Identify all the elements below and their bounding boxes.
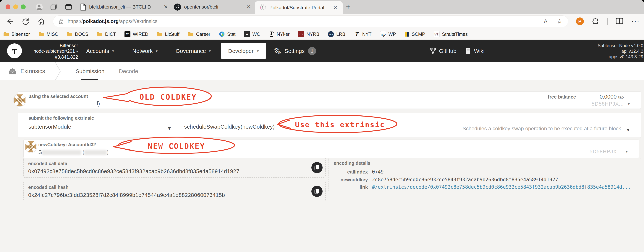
tab-title: Polkadot/Substrate Portal — [270, 5, 324, 10]
detail-value: 2c8e758dec5b9cd0c86e932ce5843f932acab9b2… — [372, 177, 558, 183]
bookmark-scmp[interactable]: SCMP — [404, 31, 425, 37]
close-window-button[interactable] — [6, 4, 10, 9]
copy-icon — [314, 165, 320, 171]
chevron-down-icon: ▾ — [626, 149, 628, 154]
tab-submission[interactable]: Submission — [76, 62, 104, 80]
param-address-dropdown[interactable]: 5D58HPJX...▾ — [590, 149, 628, 155]
menu-network[interactable]: Network▾ — [132, 40, 158, 62]
split-screen-icon[interactable] — [616, 17, 624, 25]
wiki-link[interactable]: Wiki — [466, 40, 484, 62]
detail-row-link: link #/extrinsics/decode/0x07492c8e758de… — [329, 184, 631, 190]
document-favicon-icon — [80, 3, 86, 11]
bookmark-nyker[interactable]: NYker — [269, 31, 290, 37]
bookmark-docs[interactable]: DOCS — [67, 31, 88, 37]
tab-title: opentensor/btcli — [184, 4, 218, 10]
tab-btcli-docs[interactable]: btcli.bittensor_cli — BTCLI Docs ✕ — [80, 0, 169, 14]
encoded-call-hash-label: encoded call hash — [28, 185, 68, 190]
copy-call-data-button[interactable] — [312, 162, 322, 173]
tab-polkadot-portal[interactable]: Polkadot/Substrate Portal ✕ — [255, 1, 342, 14]
more-menu-icon[interactable]: ··· — [631, 17, 640, 25]
page-title: Extrinsics — [20, 68, 45, 75]
url-path: /apps/#/extrinsics — [119, 18, 158, 24]
lock-icon — [59, 18, 64, 24]
bookmark-lrb[interactable]: LRBLRB — [328, 31, 346, 37]
close-tab-icon[interactable]: ✕ — [332, 5, 338, 11]
bookmark-nyt[interactable]: TNYT — [354, 31, 372, 37]
new-tab-button[interactable]: + — [346, 2, 350, 11]
browser-toolbar: https://polkadot.js.org/apps/#/extrinsic… — [0, 14, 644, 29]
block-number: #3,841,822 — [22, 54, 78, 60]
balance-unit: tao — [618, 95, 624, 99]
address-bar[interactable]: https://polkadot.js.org/apps/#/extrinsic… — [53, 15, 568, 27]
wc-icon: W — [244, 31, 250, 37]
active-tab-underline — [81, 79, 98, 80]
close-tab-icon[interactable]: ✕ — [245, 4, 252, 10]
newyorker-icon — [269, 31, 274, 37]
favorite-star-icon[interactable]: ☆ — [557, 18, 562, 25]
bookmark-dict[interactable]: DICT — [97, 31, 116, 37]
free-balance-label: free balance — [548, 94, 576, 100]
tab-opentensor-btcli[interactable]: opentensor/btcli ✕ — [174, 0, 252, 14]
param-row-card: newColdkey: AccountId32 S () 5D58HPJX...… — [24, 140, 639, 158]
chevron-down-icon: ▾ — [257, 49, 259, 53]
github-favicon-icon — [174, 3, 181, 11]
menu-accounts[interactable]: Accounts▾ — [86, 40, 114, 62]
chevron-down-icon[interactable]: ▾ — [627, 126, 630, 133]
decode-link[interactable]: #/extrinsics/decode/0x07492c8e758dec5b9c… — [372, 184, 631, 190]
back-icon[interactable] — [6, 17, 14, 25]
reader-mode-icon[interactable]: A — [544, 18, 548, 24]
detail-row-newcoldkey: newcoldkey 2c8e758dec5b9cd0c86e932ce5843… — [329, 177, 558, 183]
github-link[interactable]: GitHub — [430, 40, 456, 62]
zoom-window-button[interactable] — [21, 4, 26, 9]
module-select[interactable]: subtensorModule — [28, 124, 71, 130]
tab-overview-icon[interactable] — [50, 3, 58, 11]
bookmark-bittensor[interactable]: Bittensor — [3, 31, 30, 37]
bookmark-straitstimes[interactable]: STStraitsTimes — [434, 31, 468, 37]
bookmark-misc[interactable]: MISC — [38, 31, 58, 37]
detail-key: callindex — [329, 169, 372, 175]
free-balance-value: 0.0000 tao — [600, 93, 624, 100]
param-value[interactable]: S () — [38, 149, 108, 155]
bookmark-wp[interactable]: wpWP — [380, 31, 396, 37]
profile-avatar-icon[interactable] — [35, 3, 43, 11]
copy-call-hash-button[interactable] — [312, 186, 322, 197]
code-branch-icon — [430, 47, 436, 54]
selected-account-value[interactable]: l) — [97, 100, 100, 107]
polkadot-extension-icon[interactable]: P — [576, 17, 584, 25]
encoded-call-hash-box: encoded call hash 0x24fc27c796be3fdd3235… — [24, 182, 326, 201]
sidebar-toggle-icon[interactable] — [65, 3, 72, 11]
close-tab-icon[interactable]: ✕ — [162, 4, 169, 10]
bookmark-wired[interactable]: WWIRED — [124, 31, 148, 37]
detail-value: 0749 — [372, 169, 384, 175]
scmp-icon — [404, 31, 409, 37]
menu-settings[interactable]: ⚙⚙ Settings 1 — [274, 40, 316, 62]
chain-name: Bittensor — [22, 43, 78, 48]
minimize-window-button[interactable] — [13, 4, 18, 9]
bookmark-nyrb[interactable]: NYRNYRB — [298, 31, 319, 37]
menu-developer[interactable]: Developer▾ — [221, 43, 266, 59]
wp-icon: wp — [380, 31, 386, 37]
bookmark-wc[interactable]: WWC — [244, 31, 260, 37]
book-icon — [466, 48, 471, 54]
folder-icon — [97, 32, 102, 36]
toolbar-divider — [607, 18, 608, 25]
extensions-puzzle-icon[interactable] — [592, 17, 600, 26]
bookmark-career[interactable]: Career — [188, 31, 210, 37]
reload-icon[interactable] — [22, 17, 30, 25]
method-select[interactable]: scheduleSwapColdkey(newColdkey) — [184, 124, 274, 130]
bittensor-logo[interactable]: τ — [7, 43, 22, 58]
param-label: newColdkey: AccountId32 — [38, 142, 96, 147]
tab-divider — [170, 3, 170, 11]
chevron-down-icon[interactable]: ▾ — [168, 125, 171, 131]
folder-icon — [188, 32, 194, 36]
chevron-down-icon: ▾ — [112, 49, 114, 53]
home-icon[interactable] — [37, 17, 45, 25]
bookmark-stat[interactable]: Stat — [219, 31, 236, 37]
node-versions: Subtensor Node v4.0.0 api v12.4.2 apps v… — [598, 43, 644, 60]
tab-decode[interactable]: Decode — [119, 62, 138, 80]
menu-governance[interactable]: Governance▾ — [176, 40, 211, 62]
chain-info[interactable]: Bittensor node-subtensor/201 ▾ #3,841,82… — [22, 43, 78, 60]
account-address-dropdown[interactable]: 5D58HPJX...▾ — [592, 101, 630, 107]
bookmark-litstuff[interactable]: LitStuff — [157, 31, 179, 37]
settings-badge: 1 — [308, 47, 316, 55]
